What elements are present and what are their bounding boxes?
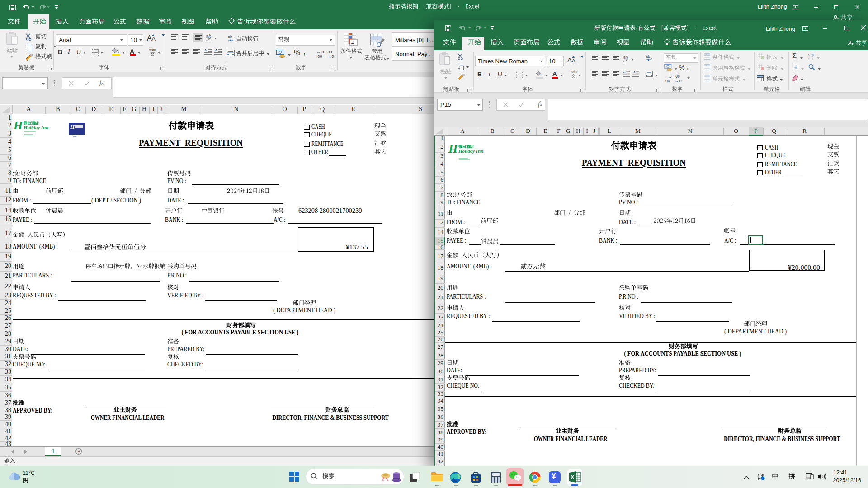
svg-text:≠: ≠	[351, 40, 354, 46]
svg-text:ab: ab	[228, 35, 232, 39]
svg-text:ab: ab	[646, 54, 650, 59]
svg-text:Z: Z	[807, 57, 810, 60]
